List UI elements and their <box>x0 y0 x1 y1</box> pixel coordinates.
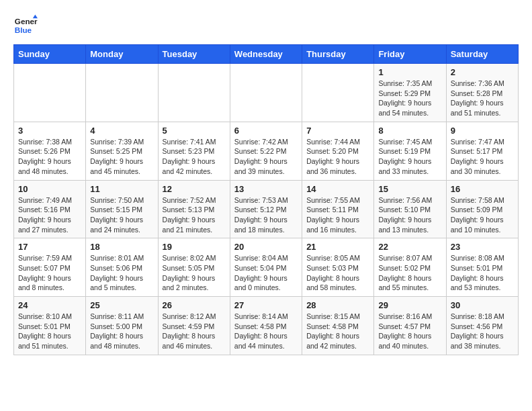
cell-info: Sunrise: 7:50 AM Sunset: 5:15 PM Dayligh… <box>90 195 153 235</box>
calendar-cell: 8Sunrise: 7:45 AM Sunset: 5:19 PM Daylig… <box>374 122 446 180</box>
cell-info: Sunrise: 7:38 AM Sunset: 5:26 PM Dayligh… <box>18 137 81 177</box>
calendar-cell: 20Sunrise: 8:04 AM Sunset: 5:04 PM Dayli… <box>230 238 302 297</box>
cell-info: Sunrise: 7:52 AM Sunset: 5:13 PM Dayligh… <box>163 195 226 235</box>
calendar-cell: 24Sunrise: 8:10 AM Sunset: 5:01 PM Dayli… <box>14 297 86 355</box>
calendar-cell: 4Sunrise: 7:39 AM Sunset: 5:25 PM Daylig… <box>86 122 158 180</box>
cell-info: Sunrise: 7:45 AM Sunset: 5:19 PM Dayligh… <box>378 137 441 177</box>
day-number: 18 <box>90 242 153 252</box>
cell-info: Sunrise: 8:18 AM Sunset: 4:56 PM Dayligh… <box>451 312 514 351</box>
cell-info: Sunrise: 7:58 AM Sunset: 5:09 PM Dayligh… <box>451 195 514 235</box>
calendar-cell <box>230 64 302 122</box>
day-number: 9 <box>451 126 514 136</box>
calendar-week-row: 1Sunrise: 7:35 AM Sunset: 5:29 PM Daylig… <box>14 64 519 122</box>
day-number: 24 <box>18 300 81 310</box>
calendar-cell: 18Sunrise: 8:01 AM Sunset: 5:06 PM Dayli… <box>86 238 158 297</box>
calendar-cell: 28Sunrise: 8:15 AM Sunset: 4:58 PM Dayli… <box>302 297 374 355</box>
day-number: 21 <box>306 242 369 252</box>
day-number: 29 <box>378 300 441 310</box>
weekday-header: Wednesday <box>230 45 302 64</box>
day-number: 6 <box>234 126 298 136</box>
day-number: 27 <box>234 300 298 310</box>
day-number: 15 <box>378 184 441 194</box>
calendar-cell: 1Sunrise: 7:35 AM Sunset: 5:29 PM Daylig… <box>374 64 446 122</box>
weekday-header: Thursday <box>302 45 374 64</box>
day-number: 5 <box>163 126 226 136</box>
calendar-cell: 22Sunrise: 8:07 AM Sunset: 5:02 PM Dayli… <box>374 238 446 297</box>
logo-icon: General Blue <box>13 13 38 38</box>
day-number: 16 <box>451 184 514 194</box>
calendar-week-row: 3Sunrise: 7:38 AM Sunset: 5:26 PM Daylig… <box>14 122 519 180</box>
cell-info: Sunrise: 7:59 AM Sunset: 5:07 PM Dayligh… <box>18 253 81 293</box>
day-number: 23 <box>451 242 514 252</box>
logo: General Blue <box>13 13 40 38</box>
cell-info: Sunrise: 7:53 AM Sunset: 5:12 PM Dayligh… <box>234 195 298 235</box>
cell-info: Sunrise: 7:49 AM Sunset: 5:16 PM Dayligh… <box>18 195 81 235</box>
cell-info: Sunrise: 8:10 AM Sunset: 5:01 PM Dayligh… <box>18 312 81 351</box>
cell-info: Sunrise: 8:05 AM Sunset: 5:03 PM Dayligh… <box>306 253 369 293</box>
calendar-table: SundayMondayTuesdayWednesdayThursdayFrid… <box>13 44 519 355</box>
day-number: 17 <box>18 242 81 252</box>
calendar-cell: 15Sunrise: 7:56 AM Sunset: 5:10 PM Dayli… <box>374 180 446 238</box>
calendar-cell: 17Sunrise: 7:59 AM Sunset: 5:07 PM Dayli… <box>14 238 86 297</box>
cell-info: Sunrise: 7:36 AM Sunset: 5:28 PM Dayligh… <box>451 79 514 118</box>
calendar-cell: 29Sunrise: 8:16 AM Sunset: 4:57 PM Dayli… <box>374 297 446 355</box>
day-number: 25 <box>90 300 153 310</box>
calendar-cell: 26Sunrise: 8:12 AM Sunset: 4:59 PM Dayli… <box>158 297 230 355</box>
day-number: 8 <box>378 126 441 136</box>
weekday-row: SundayMondayTuesdayWednesdayThursdayFrid… <box>14 45 519 64</box>
calendar-cell <box>86 64 158 122</box>
calendar-cell: 7Sunrise: 7:44 AM Sunset: 5:20 PM Daylig… <box>302 122 374 180</box>
cell-info: Sunrise: 7:35 AM Sunset: 5:29 PM Dayligh… <box>378 79 441 118</box>
cell-info: Sunrise: 8:07 AM Sunset: 5:02 PM Dayligh… <box>378 253 441 293</box>
day-number: 7 <box>306 126 369 136</box>
cell-info: Sunrise: 8:08 AM Sunset: 5:01 PM Dayligh… <box>451 253 514 293</box>
calendar-cell: 14Sunrise: 7:55 AM Sunset: 5:11 PM Dayli… <box>302 180 374 238</box>
weekday-header: Monday <box>86 45 158 64</box>
cell-info: Sunrise: 7:55 AM Sunset: 5:11 PM Dayligh… <box>306 195 369 235</box>
calendar-cell: 23Sunrise: 8:08 AM Sunset: 5:01 PM Dayli… <box>446 238 518 297</box>
calendar-cell: 6Sunrise: 7:42 AM Sunset: 5:22 PM Daylig… <box>230 122 302 180</box>
calendar-cell: 21Sunrise: 8:05 AM Sunset: 5:03 PM Dayli… <box>302 238 374 297</box>
day-number: 26 <box>163 300 226 310</box>
day-number: 20 <box>234 242 298 252</box>
cell-info: Sunrise: 8:12 AM Sunset: 4:59 PM Dayligh… <box>163 312 226 351</box>
calendar-cell: 9Sunrise: 7:47 AM Sunset: 5:17 PM Daylig… <box>446 122 518 180</box>
day-number: 13 <box>234 184 298 194</box>
cell-info: Sunrise: 7:44 AM Sunset: 5:20 PM Dayligh… <box>306 137 369 177</box>
calendar-cell: 30Sunrise: 8:18 AM Sunset: 4:56 PM Dayli… <box>446 297 518 355</box>
cell-info: Sunrise: 7:39 AM Sunset: 5:25 PM Dayligh… <box>90 137 153 177</box>
cell-info: Sunrise: 8:04 AM Sunset: 5:04 PM Dayligh… <box>234 253 298 293</box>
calendar-cell: 13Sunrise: 7:53 AM Sunset: 5:12 PM Dayli… <box>230 180 302 238</box>
day-number: 2 <box>451 67 514 77</box>
calendar-cell: 2Sunrise: 7:36 AM Sunset: 5:28 PM Daylig… <box>446 64 518 122</box>
day-number: 28 <box>306 300 369 310</box>
calendar-header: SundayMondayTuesdayWednesdayThursdayFrid… <box>14 45 519 64</box>
cell-info: Sunrise: 8:14 AM Sunset: 4:58 PM Dayligh… <box>234 312 298 351</box>
day-number: 12 <box>163 184 226 194</box>
day-number: 11 <box>90 184 153 194</box>
cell-info: Sunrise: 7:56 AM Sunset: 5:10 PM Dayligh… <box>378 195 441 235</box>
calendar-cell <box>14 64 86 122</box>
day-number: 30 <box>451 300 514 310</box>
calendar-week-row: 10Sunrise: 7:49 AM Sunset: 5:16 PM Dayli… <box>14 180 519 238</box>
calendar-cell <box>302 64 374 122</box>
cell-info: Sunrise: 7:41 AM Sunset: 5:23 PM Dayligh… <box>163 137 226 177</box>
svg-text:Blue: Blue <box>15 26 32 34</box>
weekday-header: Saturday <box>446 45 518 64</box>
weekday-header: Friday <box>374 45 446 64</box>
weekday-header: Sunday <box>14 45 86 64</box>
calendar-cell: 19Sunrise: 8:02 AM Sunset: 5:05 PM Dayli… <box>158 238 230 297</box>
calendar-cell: 16Sunrise: 7:58 AM Sunset: 5:09 PM Dayli… <box>446 180 518 238</box>
calendar-body: 1Sunrise: 7:35 AM Sunset: 5:29 PM Daylig… <box>14 64 519 355</box>
cell-info: Sunrise: 7:42 AM Sunset: 5:22 PM Dayligh… <box>234 137 298 177</box>
calendar-cell: 11Sunrise: 7:50 AM Sunset: 5:15 PM Dayli… <box>86 180 158 238</box>
page-header: General Blue <box>13 13 519 38</box>
weekday-header: Tuesday <box>158 45 230 64</box>
day-number: 4 <box>90 126 153 136</box>
calendar-cell: 3Sunrise: 7:38 AM Sunset: 5:26 PM Daylig… <box>14 122 86 180</box>
calendar-week-row: 17Sunrise: 7:59 AM Sunset: 5:07 PM Dayli… <box>14 238 519 297</box>
day-number: 3 <box>18 126 81 136</box>
calendar-cell: 25Sunrise: 8:11 AM Sunset: 5:00 PM Dayli… <box>86 297 158 355</box>
cell-info: Sunrise: 8:01 AM Sunset: 5:06 PM Dayligh… <box>90 253 153 293</box>
day-number: 14 <box>306 184 369 194</box>
